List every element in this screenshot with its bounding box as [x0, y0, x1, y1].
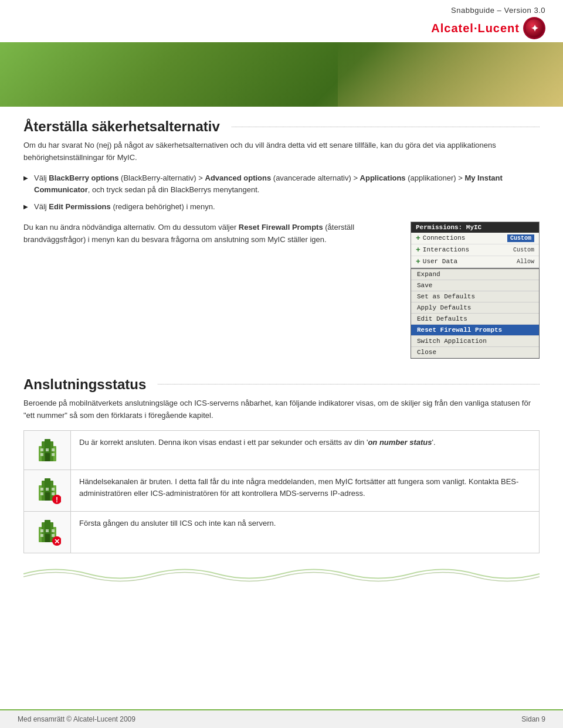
status-row-disconnected: ✕ Första gången du ansluter till ICS och…: [24, 511, 540, 553]
logo-text: Alcatel·Lucent: [431, 22, 520, 35]
bb-permissions-panel: Permissions: MyIC + Connections Custom +…: [411, 222, 540, 268]
perm-row-interactions: + Interactions Custom: [411, 244, 539, 256]
menu-reset-firewall[interactable]: Reset Firewall Prompts: [411, 325, 539, 336]
status-table: Du är korrekt ansluten. Denna ikon visas…: [23, 430, 540, 553]
status-text-connected: Du är korrekt ansluten. Denna ikon visas…: [79, 438, 436, 447]
perm-connections-label: + Connections: [416, 234, 465, 243]
menu-close: Close: [411, 347, 539, 358]
section2-title-row: Anslutningsstatus: [23, 376, 540, 393]
svg-rect-16: [46, 488, 49, 491]
svg-rect-7: [46, 448, 49, 451]
svg-rect-29: [40, 534, 43, 537]
svg-rect-8: [52, 448, 55, 451]
bold-applications: Applications: [360, 174, 406, 182]
svg-rect-28: [52, 529, 55, 532]
perm-row-userdata: + User Data Allow: [411, 256, 539, 268]
bold-advanced-options: Advanced options: [205, 174, 272, 182]
menu-apply-defaults: Apply Defaults: [411, 302, 539, 314]
menu-edit-defaults: Edit Defaults: [411, 314, 539, 325]
logo-area: Alcatel·Lucent ✦: [431, 17, 545, 39]
bullet-1: Välj BlackBerry options (BlackBerry-alte…: [23, 172, 540, 197]
status-row-warning: ! Händelsekanalen är bruten. I detta fal…: [24, 470, 540, 511]
status-text-warning: Händelsekanalen är bruten. I detta fall …: [79, 477, 518, 498]
svg-rect-9: [40, 453, 43, 456]
svg-text:!: !: [56, 496, 58, 504]
svg-rect-6: [40, 448, 43, 451]
bb-perm-header: Permissions: MyIC: [411, 222, 539, 233]
on-number-status-bold: on number status: [368, 438, 432, 447]
userdata-value: Allow: [517, 258, 534, 265]
svg-rect-5: [45, 453, 50, 461]
wave-decoration: [23, 565, 540, 583]
menu-save: Save: [411, 280, 539, 291]
status-text-warning-cell: Händelsekanalen är bruten. I detta fall …: [71, 470, 540, 511]
section1-title-row: Återställa säkerhetsalternativ: [23, 118, 540, 135]
svg-rect-30: [52, 534, 55, 537]
left-col-text: Du kan nu ändra nödvändiga alternativ. O…: [23, 222, 399, 246]
left-column: Du kan nu ändra nödvändiga alternativ. O…: [23, 222, 399, 359]
section1-dotted-line: [232, 127, 540, 127]
status-text-disconnected: Första gången du ansluter till ICS och i…: [79, 519, 276, 528]
svg-rect-14: [45, 492, 50, 501]
warning-icon: !: [34, 476, 61, 505]
bold-reset-firewall: Reset Firewall Prompts: [239, 223, 323, 232]
svg-text:✕: ✕: [54, 538, 60, 546]
status-text-disconnected-cell: Första gången du ansluter till ICS och i…: [71, 511, 540, 553]
svg-rect-17: [52, 488, 55, 491]
menu-set-defaults: Set as Defaults: [411, 291, 539, 302]
userdata-label: User Data: [423, 258, 457, 265]
section2-title: Anslutningsstatus: [23, 376, 146, 393]
status-text-connected-cell: Du är korrekt ansluten. Denna ikon visas…: [71, 430, 540, 470]
plus-icon-interactions: +: [416, 246, 420, 254]
status-row-connected: Du är korrekt ansluten. Denna ikon visas…: [24, 430, 540, 470]
plus-icon-connections: +: [416, 234, 420, 243]
decorative-banner: [0, 42, 563, 107]
status-icon-warning-cell: !: [24, 470, 71, 511]
connections-value: Custom: [507, 234, 534, 242]
bold-edit-permissions: Edit Permissions: [49, 202, 110, 211]
section2: Anslutningsstatus Beroende på mobilnätve…: [23, 376, 540, 553]
section1-intro: Om du har svarat No (nej) på något av sä…: [23, 140, 540, 164]
document-title: Snabbguide – Version 3.0: [451, 6, 545, 15]
connected-icon: [34, 437, 61, 464]
status-icon-connected-cell: [24, 430, 71, 470]
svg-text:✦: ✦: [531, 23, 539, 33]
svg-rect-10: [52, 453, 55, 456]
page-header: Snabbguide – Version 3.0 Alcatel·Lucent …: [0, 0, 563, 42]
interactions-label: Interactions: [423, 246, 469, 253]
svg-rect-19: [52, 492, 55, 495]
section2-dotted-line: [158, 384, 540, 385]
disconnected-icon: ✕: [34, 518, 61, 547]
connections-label: Connections: [423, 234, 466, 241]
status-icon-disconnected-cell: ✕: [24, 511, 71, 553]
svg-rect-18: [40, 492, 43, 495]
plus-icon-userdata: +: [416, 257, 420, 266]
interactions-value: Custom: [513, 247, 534, 253]
bullet-2: Välj Edit Permissions (redigera behörigh…: [23, 201, 540, 213]
footer-copyright: Med ensamrätt © Alcatel-Lucent 2009: [18, 715, 135, 723]
svg-rect-25: [45, 534, 50, 542]
menu-switch-app: Switch Application: [411, 336, 539, 347]
perm-userdata-label: + User Data: [416, 257, 457, 266]
alcatel-lucent-logo-icon: ✦: [523, 17, 545, 39]
bb-menu-panel: Expand Save Set as Defaults Apply Defaul…: [411, 268, 540, 359]
svg-rect-26: [40, 529, 43, 532]
svg-rect-15: [40, 488, 43, 491]
section1-title: Återställa säkerhetsalternativ: [23, 118, 220, 135]
two-col-section: Du kan nu ändra nödvändiga alternativ. O…: [23, 222, 540, 359]
section1-bullets: Välj BlackBerry options (BlackBerry-alte…: [23, 172, 540, 213]
perm-row-connections: + Connections Custom: [411, 233, 539, 244]
right-column: Permissions: MyIC + Connections Custom +…: [411, 222, 540, 359]
main-content: Återställa säkerhetsalternativ Om du har…: [0, 107, 563, 594]
svg-rect-27: [46, 529, 49, 532]
page-footer: Med ensamrätt © Alcatel-Lucent 2009 Sida…: [0, 709, 563, 728]
menu-expand: Expand: [411, 269, 539, 280]
header-right: Snabbguide – Version 3.0 Alcatel·Lucent …: [431, 6, 545, 39]
perm-interactions-label: + Interactions: [416, 246, 469, 254]
bold-blackberry-options: BlackBerry options: [49, 174, 118, 182]
footer-page: Sidan 9: [521, 715, 545, 723]
section2-intro: Beroende på mobilnätverkets anslutningsl…: [23, 397, 540, 422]
